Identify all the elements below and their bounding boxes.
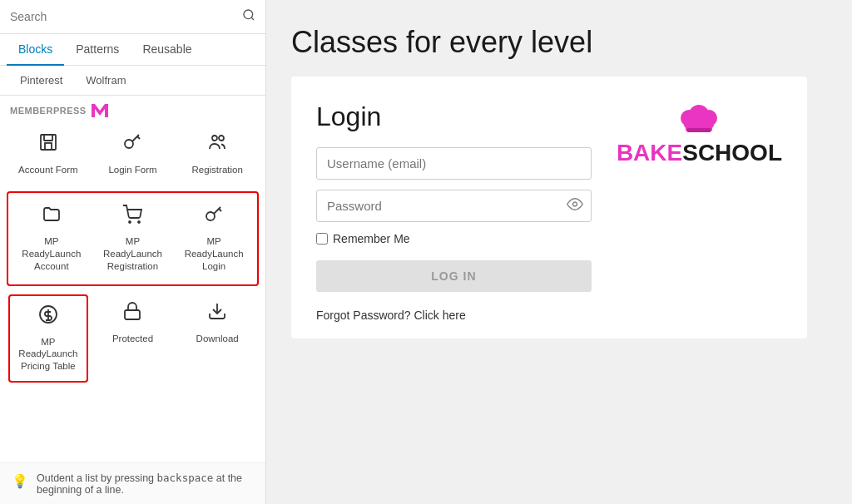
remember-me-label: Remember Me [333, 232, 410, 245]
block-mp-pricing[interactable]: MP ReadyLaunch Pricing Table [10, 296, 87, 381]
source-tab-pinterest[interactable]: Pinterest [10, 71, 72, 90]
source-tab-wolfram[interactable]: Wolfram [76, 71, 136, 90]
cart-icon [122, 205, 142, 231]
blocks-row1: Account Form Login Form Registration [0, 121, 265, 188]
login-card: Login Remember Me LOG IN Forgot Password… [291, 77, 807, 338]
blocks-row2-outlined: MP ReadyLaunch Account MP ReadyLaunch Re… [7, 191, 259, 286]
block-protected[interactable]: Protected [92, 293, 175, 384]
username-input[interactable] [316, 147, 592, 180]
people-icon [207, 132, 227, 159]
dollar-circle-icon [38, 304, 58, 331]
brand-logo-text: BAKESCHOOL [617, 141, 782, 165]
svg-rect-25 [687, 128, 711, 132]
svg-rect-4 [45, 143, 52, 150]
blocks-row3: MP ReadyLaunch Pricing Table Protected D… [0, 289, 265, 388]
block-mp-pricing-outlined: MP ReadyLaunch Pricing Table [8, 294, 88, 383]
left-panel: Blocks Patterns Reusable Pinterest Wolfr… [0, 0, 266, 504]
key2-icon [204, 205, 224, 231]
tip-text: Outdent a list by pressing backspace at … [37, 472, 254, 496]
search-input[interactable] [10, 10, 235, 23]
tip-key: backspace [157, 472, 214, 484]
block-download-label: Download [196, 333, 239, 345]
lock-icon [122, 301, 142, 328]
save-icon [38, 132, 58, 159]
search-icon[interactable] [242, 8, 255, 25]
brand-section: BAKESCHOOL [617, 101, 782, 165]
tab-reusable[interactable]: Reusable [131, 34, 203, 66]
brand-school: SCHOOL [682, 140, 782, 166]
login-form-section: Login Remember Me LOG IN Forgot Password… [316, 101, 592, 322]
chef-hat-icon [679, 101, 719, 135]
svg-point-10 [129, 221, 131, 223]
svg-rect-17 [125, 310, 140, 319]
download-icon [207, 301, 227, 328]
right-panel: Classes for every level Login Remember M… [266, 0, 852, 504]
show-password-icon[interactable] [567, 195, 583, 216]
block-mp-registration-label: MP ReadyLaunch Registration [97, 235, 170, 273]
block-login-form-label: Login Form [108, 164, 156, 176]
block-login-form[interactable]: Login Form [92, 124, 175, 185]
tab-blocks[interactable]: Blocks [7, 34, 64, 66]
svg-rect-3 [44, 135, 52, 141]
brand-bake: BAKE [617, 140, 682, 166]
username-field-wrapper [316, 147, 592, 180]
svg-point-11 [138, 221, 140, 223]
remember-me-checkbox[interactable] [316, 233, 328, 245]
svg-point-9 [219, 136, 224, 141]
login-button[interactable]: LOG IN [316, 260, 592, 292]
brand-logo: BAKESCHOOL [617, 101, 782, 165]
folder-icon [42, 205, 62, 231]
svg-point-0 [244, 10, 253, 19]
block-account-form[interactable]: Account Form [7, 124, 90, 185]
page-title: Classes for every level [291, 25, 827, 60]
login-title: Login [316, 101, 592, 132]
tip-icon: 💡 [12, 473, 28, 489]
main-tabs: Blocks Patterns Reusable [0, 34, 265, 66]
svg-rect-2 [41, 135, 56, 150]
svg-line-1 [251, 17, 254, 20]
block-account-form-label: Account Form [18, 164, 78, 176]
memberpress-label: MEMBERPRESS [0, 96, 265, 121]
block-mp-login[interactable]: MP ReadyLaunch Login [174, 196, 254, 281]
tip-bar: 💡 Outdent a list by pressing backspace a… [0, 462, 265, 504]
block-mp-pricing-label: MP ReadyLaunch Pricing Table [13, 336, 83, 373]
svg-point-8 [212, 136, 217, 141]
remember-me-row: Remember Me [316, 232, 592, 245]
block-mp-registration[interactable]: MP ReadyLaunch Registration [93, 196, 173, 281]
password-input[interactable] [316, 190, 592, 222]
block-mp-account-label: MP ReadyLaunch Account [15, 235, 88, 273]
block-protected-label: Protected [112, 333, 153, 345]
block-mp-login-label: MP ReadyLaunch Login [177, 235, 250, 273]
password-field-wrapper [316, 190, 592, 222]
svg-line-7 [137, 136, 140, 139]
svg-line-14 [219, 209, 221, 211]
tab-patterns[interactable]: Patterns [64, 34, 131, 66]
search-bar [0, 0, 265, 34]
block-registration-label: Registration [191, 164, 242, 176]
source-tabs: Pinterest Wolfram [0, 66, 265, 96]
block-download[interactable]: Download [176, 293, 259, 384]
key-icon [122, 132, 142, 159]
block-registration[interactable]: Registration [176, 124, 259, 185]
block-mp-account[interactable]: MP ReadyLaunch Account [12, 196, 92, 281]
memberpress-logo [92, 104, 108, 117]
svg-point-19 [572, 202, 577, 206]
forgot-password-link[interactable]: Forgot Password? Click here [316, 309, 592, 322]
